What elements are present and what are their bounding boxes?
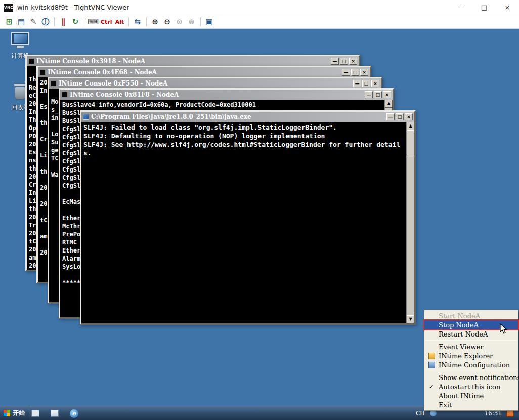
close-button[interactable]: × bbox=[349, 58, 357, 65]
console-line: BusSlave4 info,vendorId=0x60a, ProductCo… bbox=[62, 101, 382, 109]
menu-item-about-intime[interactable]: About INtime bbox=[424, 391, 518, 400]
minimize-button[interactable]: — bbox=[365, 91, 373, 98]
window-titlebar[interactable]: INtime Console 0xF550 - NodeA — □ × bbox=[49, 78, 381, 89]
intime-explorer-icon bbox=[428, 353, 435, 359]
vnc-minimize-button[interactable]: — bbox=[449, 0, 472, 15]
menu-separator bbox=[425, 371, 517, 371]
console-icon bbox=[51, 80, 57, 87]
maximize-button[interactable]: □ bbox=[396, 113, 404, 120]
console-output: SLF4J: Failed to load class "org.slf4j.i… bbox=[81, 122, 414, 323]
save-session-button[interactable]: ▤ bbox=[15, 16, 27, 27]
zoom-auto-button[interactable]: ⊛ bbox=[186, 16, 198, 27]
show-desktop-icon bbox=[31, 410, 39, 417]
java-console-window[interactable]: C:\Program Files\Java\jre1.8.0_251\bin\j… bbox=[80, 110, 416, 325]
vnc-toolbar: ⊞▤✎ⓘ∥↻⌨CtrlAlt⇆⊕⊖⊙⊛▣ bbox=[0, 15, 519, 29]
window-titlebar[interactable]: INtime Console 0x3918 - NodeA — □ × bbox=[27, 56, 359, 66]
scrollbar[interactable]: ▲ ▼ bbox=[406, 122, 414, 323]
zoom-out-button[interactable]: ⊖ bbox=[161, 16, 174, 27]
quick-launch-show-desktop[interactable] bbox=[30, 408, 40, 418]
language-indicator[interactable]: CH bbox=[416, 410, 424, 417]
file-transfer-button[interactable]: ⇆ bbox=[132, 16, 144, 27]
console-line: SLF4J: See http://www.slf4j.org/codes.ht… bbox=[83, 140, 404, 149]
quick-launch-internet-explorer[interactable]: e bbox=[69, 408, 79, 418]
console-icon bbox=[39, 69, 46, 75]
fullscreen-button[interactable]: ▣ bbox=[203, 16, 215, 27]
zoom-in-button[interactable]: ⊕ bbox=[149, 16, 161, 27]
computer-icon bbox=[10, 32, 30, 50]
window-titlebar[interactable]: C:\Program Files\Java\jre1.8.0_251\bin\j… bbox=[81, 112, 414, 122]
menu-item-start-nodea[interactable]: Start NodeA bbox=[424, 311, 518, 320]
start-button-label: 开始 bbox=[13, 409, 25, 417]
toolbar-separator bbox=[54, 17, 55, 26]
window-titlebar[interactable]: INtime Console 0x4E68 - NodeA — □ × bbox=[38, 67, 370, 77]
new-connection-button[interactable]: ⊞ bbox=[3, 16, 15, 27]
vnc-maximize-button[interactable]: □ bbox=[472, 0, 496, 15]
menu-item-intime-explorer[interactable]: INtime Explorer bbox=[424, 351, 518, 360]
ctrl-button[interactable]: Ctrl bbox=[99, 16, 114, 27]
maximize-button[interactable]: □ bbox=[374, 91, 382, 98]
close-button[interactable]: × bbox=[383, 91, 391, 98]
menu-separator bbox=[425, 340, 517, 341]
minimize-button[interactable]: — bbox=[331, 58, 339, 65]
console-icon bbox=[62, 92, 68, 98]
toolbar-separator bbox=[146, 17, 147, 26]
menu-item-show-event-notifications[interactable]: Show event notifications bbox=[424, 373, 518, 382]
vnc-close-button[interactable]: × bbox=[496, 0, 519, 15]
scroll-down-button[interactable]: ▼ bbox=[407, 315, 414, 323]
menu-item-autostart-this-icon[interactable]: ✓ Autostart this icon bbox=[424, 382, 518, 391]
window-titlebar[interactable]: INtime Console 0x81F8 - NodeA — □ × bbox=[60, 90, 393, 100]
minimize-button[interactable]: — bbox=[353, 80, 361, 87]
menu-item-intime-configuration[interactable]: INtime Configuration bbox=[424, 360, 518, 369]
console-line: s. bbox=[83, 149, 404, 157]
console-line: SLF4J: Defaulting to no-operation (NOP) … bbox=[83, 132, 404, 140]
console-line: SLF4J: Failed to load class "org.slf4j.i… bbox=[83, 123, 404, 132]
window-title: INtime Console 0x4E68 - NodeA bbox=[48, 69, 340, 76]
zoom-100-button[interactable]: ⊙ bbox=[174, 16, 186, 27]
window-title: INtime Console 0x81F8 - NodeA bbox=[70, 91, 363, 98]
mouse-cursor bbox=[500, 323, 510, 334]
taskbar-clock[interactable]: 16:31 bbox=[484, 410, 502, 417]
menu-item-label: Autostart this icon bbox=[439, 383, 500, 391]
menu-item-exit[interactable]: Exit bbox=[424, 400, 518, 409]
alt-button[interactable]: Alt bbox=[114, 16, 126, 27]
menu-item-label: INtime Explorer bbox=[439, 352, 493, 360]
checkmark-icon: ✓ bbox=[429, 383, 434, 390]
menu-item-label: INtime Configuration bbox=[439, 361, 510, 369]
close-button[interactable]: × bbox=[360, 69, 368, 76]
scroll-up-button[interactable]: ▲ bbox=[407, 122, 414, 130]
connection-options-button[interactable]: ✎ bbox=[27, 16, 39, 27]
refresh-button[interactable]: ↻ bbox=[69, 16, 81, 27]
tightvnc-logo-icon: VNC bbox=[4, 4, 13, 12]
vnc-window-title: win-kvitskd8f9t - TightVNC Viewer bbox=[17, 4, 129, 11]
scroll-thumb[interactable] bbox=[407, 130, 414, 157]
window-title: INtime Console 0x3918 - NodeA bbox=[36, 58, 329, 65]
console-icon bbox=[28, 58, 34, 64]
maximize-button[interactable]: □ bbox=[340, 58, 348, 65]
intime-configuration-icon bbox=[428, 362, 435, 368]
toolbar-separator bbox=[128, 17, 129, 26]
remote-desktop: 计算机 回收站 INtime Console 0x3918 - NodeA — … bbox=[0, 29, 519, 420]
maximize-button[interactable]: □ bbox=[351, 69, 359, 76]
minimize-button[interactable]: — bbox=[342, 69, 350, 76]
connection-info-button[interactable]: ⓘ bbox=[39, 16, 52, 27]
scroll-up-button[interactable]: ▲ bbox=[385, 100, 393, 108]
toolbar-separator bbox=[200, 17, 201, 26]
internet-explorer-icon: e bbox=[70, 409, 78, 418]
start-button[interactable]: 开始 bbox=[0, 406, 30, 420]
maximize-button[interactable]: □ bbox=[362, 80, 370, 87]
pause-button[interactable]: ∥ bbox=[57, 16, 69, 27]
vnc-titlebar: VNC win-kvitskd8f9t - TightVNC Viewer — … bbox=[0, 0, 519, 15]
windows-logo-icon bbox=[4, 410, 10, 416]
window-title: C:\Program Files\Java\jre1.8.0_251\bin\j… bbox=[91, 113, 384, 120]
ctrl-alt-del-button[interactable]: ⌨ bbox=[87, 16, 99, 27]
toolbar-separator bbox=[84, 17, 84, 26]
menu-item-event-viewer[interactable]: Event Viewer bbox=[424, 342, 518, 351]
window-title: INtime Console 0xF550 - NodeA bbox=[59, 80, 351, 87]
close-button[interactable]: × bbox=[405, 113, 413, 120]
close-button[interactable]: × bbox=[371, 80, 379, 87]
minimize-button[interactable]: — bbox=[386, 113, 395, 120]
app-icon bbox=[51, 410, 59, 417]
java-icon bbox=[83, 114, 89, 120]
quick-launch-app[interactable] bbox=[50, 408, 60, 418]
